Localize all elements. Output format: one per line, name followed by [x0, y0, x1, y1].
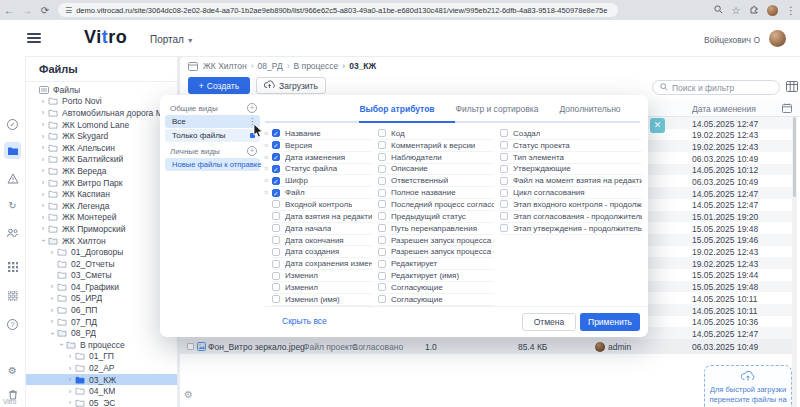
browser-menu-icon[interactable]: ⋮: [782, 5, 800, 16]
tree-item[interactable]: ›06_ПП: [26, 304, 177, 316]
chevron-icon[interactable]: ›: [39, 131, 47, 140]
clear-filter-button[interactable]: ✕: [650, 118, 665, 133]
attribute-row[interactable]: Изменил: [272, 282, 372, 294]
attribute-checkbox[interactable]: [500, 212, 508, 220]
attribute-checkbox[interactable]: [500, 177, 508, 185]
attribute-checkbox[interactable]: [272, 200, 280, 208]
attribute-row[interactable]: ≡✓Файл: [272, 187, 372, 199]
tab-additional[interactable]: Дополнительно: [559, 104, 620, 114]
forward-icon[interactable]: →: [18, 5, 36, 16]
attribute-row[interactable]: Последний процесс согласования: [378, 199, 494, 211]
chevron-icon[interactable]: ›: [66, 386, 74, 395]
tree-item[interactable]: ›ЖК Балтийский: [26, 154, 177, 166]
apply-button[interactable]: Применить: [580, 313, 640, 331]
view-item-all[interactable]: Все ⋮: [165, 115, 260, 128]
apps-grid-icon[interactable]: [4, 258, 21, 275]
chevron-icon[interactable]: ›: [48, 282, 56, 291]
help-icon[interactable]: ?: [4, 316, 21, 333]
chevron-icon[interactable]: ›: [39, 237, 48, 245]
drag-handle-icon[interactable]: ≡: [264, 130, 268, 137]
attribute-row[interactable]: Наблюдатели: [378, 152, 494, 164]
attribute-row[interactable]: Предыдущий статус: [378, 211, 494, 223]
attribute-checkbox[interactable]: [272, 236, 280, 244]
attribute-row[interactable]: Согласующие: [378, 294, 494, 306]
attribute-checkbox[interactable]: [378, 141, 386, 149]
attribute-row[interactable]: Дата начала: [272, 223, 372, 235]
tree-item[interactable]: ›04_Графики: [26, 281, 177, 293]
attribute-checkbox[interactable]: ✓: [272, 189, 280, 197]
row-checkbox[interactable]: [187, 343, 194, 350]
tree-item[interactable]: ›Файлы: [26, 84, 177, 96]
tree-item[interactable]: ›ЖК Апельсин: [26, 142, 177, 154]
kebab-menu-icon[interactable]: ⋮: [248, 117, 256, 126]
attribute-checkbox[interactable]: [500, 141, 508, 149]
attribute-row[interactable]: Этап входного контроля - продолжительнос…: [500, 199, 642, 211]
attribute-checkbox[interactable]: ✓: [272, 177, 280, 185]
attribute-checkbox[interactable]: [378, 224, 386, 232]
attribute-checkbox[interactable]: [272, 248, 280, 256]
attribute-checkbox[interactable]: [272, 272, 280, 280]
attribute-row[interactable]: Редактирует (имя): [378, 270, 494, 282]
create-button[interactable]: +Создать: [188, 77, 250, 94]
tree-item[interactable]: ›В процессе: [26, 339, 177, 351]
portal-dropdown[interactable]: Портал ▼: [150, 34, 194, 45]
attribute-checkbox[interactable]: [378, 283, 386, 291]
attribute-checkbox[interactable]: [500, 189, 508, 197]
attribute-row[interactable]: Комментарий к версии: [378, 140, 494, 152]
chevron-icon[interactable]: ›: [48, 329, 57, 337]
tree-item[interactable]: ›ЖК Вереда: [26, 165, 177, 177]
attribute-checkbox[interactable]: [378, 260, 386, 268]
upload-button[interactable]: Загрузить: [256, 77, 326, 94]
attribute-row[interactable]: ≡✓Название: [272, 128, 372, 140]
tab-filter-sort[interactable]: Фильтр и сортировка: [456, 104, 539, 114]
tree-item[interactable]: ›ЖК Монтерей: [26, 212, 177, 224]
drag-handle-icon[interactable]: ≡: [264, 177, 268, 184]
attribute-checkbox[interactable]: [378, 165, 386, 173]
chevron-icon[interactable]: ›: [39, 154, 47, 163]
attribute-row[interactable]: Создал: [500, 128, 642, 140]
tree-item[interactable]: ›05_ИРД: [26, 293, 177, 305]
attribute-row[interactable]: Дата создания: [272, 246, 372, 258]
view-item-new-files[interactable]: Новые файлы к отправке: [165, 158, 260, 171]
drag-handle-icon[interactable]: ≡: [264, 154, 268, 161]
tree-item[interactable]: ›05_ЭС: [26, 397, 177, 407]
file-name[interactable]: Фон_Витро зеркало.jpeg: [208, 342, 305, 352]
attribute-row[interactable]: Код: [378, 128, 494, 140]
tree-item[interactable]: ›Porto Novi: [26, 96, 177, 108]
attribute-row[interactable]: Изменил (имя): [272, 294, 372, 306]
tree-item[interactable]: ›02_Отчеты: [26, 258, 177, 270]
site-info-icon[interactable]: ☰: [65, 6, 72, 15]
reload-icon[interactable]: ⟳: [36, 5, 54, 16]
attribute-row[interactable]: Дата сохранения изменений: [272, 258, 372, 270]
attribute-row[interactable]: Путь перенаправления: [378, 223, 494, 235]
attribute-checkbox[interactable]: [272, 224, 280, 232]
back-icon[interactable]: ←: [0, 5, 18, 16]
tree-item[interactable]: ›03_Сметы: [26, 270, 177, 282]
attribute-checkbox[interactable]: [272, 283, 280, 291]
attribute-row[interactable]: Дата взятия на редактирование: [272, 211, 372, 223]
attribute-checkbox[interactable]: [378, 236, 386, 244]
attribute-row[interactable]: Статус проекта: [500, 140, 642, 152]
attribute-checkbox[interactable]: ✓: [272, 129, 280, 137]
attribute-checkbox[interactable]: [500, 129, 508, 137]
attribute-checkbox[interactable]: [378, 295, 386, 303]
attribute-checkbox[interactable]: [378, 272, 386, 280]
files-icon[interactable]: [4, 142, 21, 159]
attribute-row[interactable]: Файл на момент взятия на редактирование: [500, 175, 642, 187]
chevron-icon[interactable]: ›: [39, 120, 47, 129]
attribute-row[interactable]: Входной контроль: [272, 199, 372, 211]
attribute-checkbox[interactable]: [500, 224, 508, 232]
attribute-row[interactable]: Полное название: [378, 187, 494, 199]
scrollbar-thumb[interactable]: [793, 117, 796, 197]
breadcrumb-item[interactable]: 08_РД: [247, 61, 283, 71]
vertical-scrollbar[interactable]: [792, 117, 797, 407]
tree-item[interactable]: ›08_РД: [26, 327, 177, 339]
modules-grid-icon[interactable]: [4, 287, 21, 304]
menu-burger-icon[interactable]: [27, 33, 41, 43]
chevron-icon[interactable]: ›: [48, 247, 56, 256]
my-tasks-icon[interactable]: ✓: [4, 116, 21, 133]
tree-item[interactable]: ›ЖК Витро Парк: [26, 177, 177, 189]
chevron-icon[interactable]: ›: [39, 108, 47, 117]
attribute-checkbox[interactable]: [272, 295, 280, 303]
attribute-row[interactable]: Ответственный: [378, 175, 494, 187]
